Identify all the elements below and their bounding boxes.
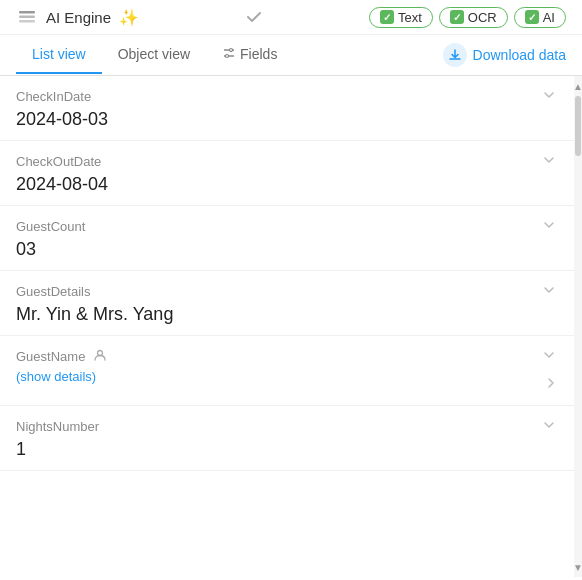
scroll-down-arrow[interactable]: ▼ [570,559,582,575]
tabs-bar: List view Object view Fields Download da… [0,35,582,76]
badge-ocr[interactable]: ✓ OCR [439,7,508,28]
field-item-nightsnumber: NightsNumber 1 [0,406,574,471]
field-item-partial [0,471,574,491]
badge-text[interactable]: ✓ Text [369,7,433,28]
field-value-guestdetails: Mr. Yin & Mrs. Yang [16,304,558,325]
badge-ai-check: ✓ [525,10,539,24]
badge-ocr-check: ✓ [450,10,464,24]
svg-rect-1 [19,16,35,19]
badge-text-check: ✓ [380,10,394,24]
download-label: Download data [473,47,566,63]
ai-engine-label: AI Engine [46,9,111,26]
field-header-guestdetails: GuestDetails [16,281,558,302]
content-area: CheckInDate 2024-08-03 CheckOutDate 2024… [0,76,582,577]
chevron-down-nightsnumber[interactable] [540,416,558,437]
field-value-nightsnumber: 1 [16,439,558,460]
field-item-guestname: GuestName (show details) [0,336,574,406]
field-name-guestdetails: GuestDetails [16,284,90,299]
tab-fields[interactable]: Fields [206,36,293,75]
chevron-down-guestname[interactable] [540,346,558,367]
field-value-guestcount: 03 [16,239,558,260]
field-name-guestcount: GuestCount [16,219,85,234]
sparkle-icon: ✨ [119,8,139,27]
chevron-down-checkoutdate[interactable] [540,151,558,172]
badge-group: ✓ Text ✓ OCR ✓ AI [369,7,566,28]
svg-point-4 [230,48,233,51]
chevron-down-guestdetails[interactable] [540,281,558,302]
chevron-down-checkindate[interactable] [540,86,558,107]
badge-ocr-label: OCR [468,10,497,25]
field-name-nightsnumber: NightsNumber [16,419,99,434]
field-item-checkoutdate: CheckOutDate 2024-08-04 [0,141,574,206]
download-icon [443,43,467,67]
svg-point-6 [226,54,229,57]
field-item-checkindate: CheckInDate 2024-08-03 [0,76,574,141]
scrollbar-thumb[interactable] [575,96,581,156]
layers-icon [16,6,38,28]
field-value-checkindate: 2024-08-03 [16,109,558,130]
tab-object-view[interactable]: Object view [102,36,206,74]
field-item-guestcount: GuestCount 03 [0,206,574,271]
header-left: AI Engine ✨ [16,6,139,28]
chevron-down-guestcount[interactable] [540,216,558,237]
header: AI Engine ✨ ✓ Text ✓ OCR ✓ AI [0,0,582,35]
sliders-icon [222,46,236,63]
field-value-checkoutdate: 2024-08-04 [16,174,558,195]
field-name-guestname: GuestName [16,348,107,365]
scrollbar[interactable]: ▲ ▼ [574,76,582,577]
person-icon [93,348,107,365]
svg-rect-0 [19,11,35,14]
badge-text-label: Text [398,10,422,25]
field-header-guestname: GuestName [16,346,558,367]
tab-list-view[interactable]: List view [16,36,102,74]
field-header-checkoutdate: CheckOutDate [16,151,558,172]
field-header-nightsnumber: NightsNumber [16,416,558,437]
svg-rect-2 [19,20,35,23]
download-button[interactable]: Download data [427,35,566,75]
check-icon[interactable] [244,7,264,27]
chevron-right-guestname[interactable] [544,376,558,393]
field-list: CheckInDate 2024-08-03 CheckOutDate 2024… [0,76,574,577]
show-details-link[interactable]: (show details) [16,369,96,384]
field-header-checkindate: CheckInDate [16,86,558,107]
field-header-guestcount: GuestCount [16,216,558,237]
badge-ai[interactable]: ✓ AI [514,7,566,28]
field-name-checkoutdate: CheckOutDate [16,154,101,169]
field-name-checkindate: CheckInDate [16,89,91,104]
svg-point-7 [98,351,103,356]
field-item-guestdetails: GuestDetails Mr. Yin & Mrs. Yang [0,271,574,336]
badge-ai-label: AI [543,10,555,25]
